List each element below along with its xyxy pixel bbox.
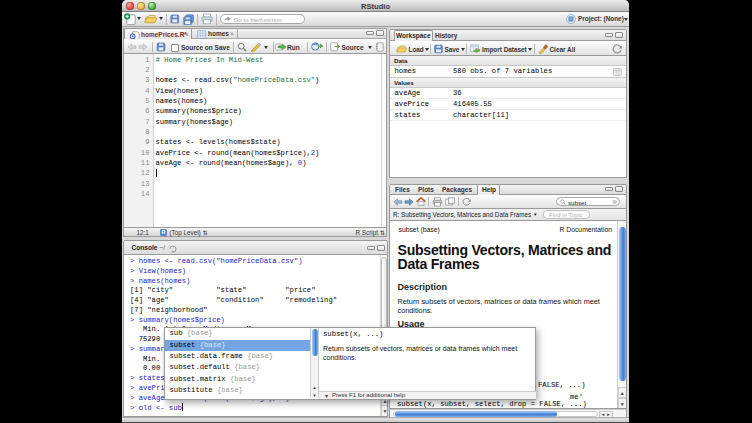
svg-text:R: R (161, 229, 165, 235)
